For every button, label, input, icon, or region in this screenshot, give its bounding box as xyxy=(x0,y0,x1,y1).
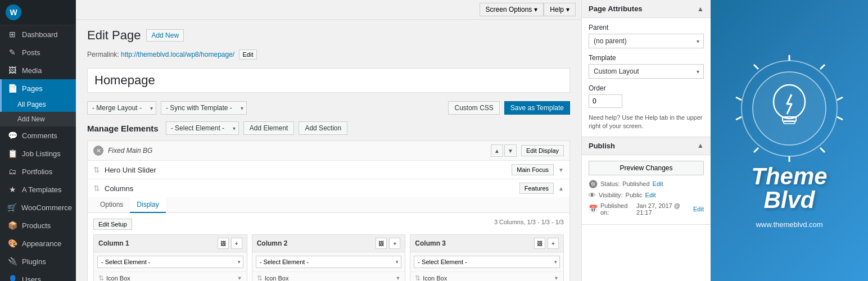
sidebar-item-users[interactable]: 👤 Users xyxy=(0,270,76,281)
columns-chevron-icon[interactable]: ▲ xyxy=(558,185,564,192)
visibility-icon: 👁 xyxy=(589,191,596,200)
svg-line-3 xyxy=(837,97,843,100)
sidebar-item-label: A Templates xyxy=(22,185,62,194)
columns-drag-icon: ⇅ xyxy=(93,184,100,193)
hero-slider-main-focus-button[interactable]: Main Focus xyxy=(512,164,554,175)
page-attributes-body: Parent (no parent) Template Custom Layou… xyxy=(582,18,711,137)
sidebar-item-posts[interactable]: ✎ Posts xyxy=(0,43,76,61)
column-2-icons: 🖼 + xyxy=(376,238,400,249)
screen-options-label: Screen Options xyxy=(486,6,532,13)
edit-display-button[interactable]: Edit Display xyxy=(521,145,564,156)
permalink-url[interactable]: http://themeblvd.local/wp8/homepage/ xyxy=(121,51,234,58)
sidebar-item-templates[interactable]: ★ A Templates xyxy=(0,180,76,198)
col3-drag-icon-1: ⇅ xyxy=(415,274,421,281)
visibility-row: 👁 Visibility: Public Edit xyxy=(589,191,704,200)
col1-image-icon[interactable]: 🖼 xyxy=(218,238,229,249)
col2-select-element[interactable]: - Select Element - xyxy=(256,256,402,268)
pages-submenu: All Pages Add New xyxy=(0,97,76,126)
columns-features-button[interactable]: Features xyxy=(519,183,554,194)
sidebar-item-add-new-page[interactable]: Add New xyxy=(0,112,76,126)
column-2-block: Column 2 🖼 + - Select Element - xyxy=(252,234,406,281)
preview-changes-button[interactable]: Preview Changes xyxy=(589,161,704,175)
columns-element: ⇅ Columns Features ▲ Options Display xyxy=(88,179,569,281)
theme-text: Theme xyxy=(751,165,827,188)
custom-css-button[interactable]: Custom CSS xyxy=(448,101,499,115)
publish-header[interactable]: Publish ▲ xyxy=(582,137,711,155)
template-select[interactable]: Custom Layout xyxy=(589,64,704,79)
products-icon: 📦 xyxy=(7,221,17,230)
col3-select-element[interactable]: - Select Element - xyxy=(414,256,560,268)
visibility-edit-link[interactable]: Edit xyxy=(645,192,656,198)
edit-setup-button[interactable]: Edit Setup xyxy=(93,219,132,230)
screen-options-button[interactable]: Screen Options ▾ xyxy=(480,3,544,16)
sync-template-select[interactable]: - Sync with Template - xyxy=(161,101,247,115)
sidebar-item-products[interactable]: 📦 Products xyxy=(0,216,76,234)
columns-title: Columns xyxy=(105,184,515,193)
sidebar-item-label: Posts xyxy=(22,48,40,57)
column-3-icons: 🖼 + xyxy=(534,238,559,249)
main-content: Screen Options ▾ Help ▾ Edit Page Add Ne… xyxy=(76,0,581,281)
select-element-wrap: - Select Element - xyxy=(166,121,239,135)
col3-chevron-1[interactable]: ▼ xyxy=(554,275,559,281)
col2-chevron-1[interactable]: ▼ xyxy=(395,275,400,281)
sidebar-item-pages[interactable]: 📄 Pages xyxy=(0,79,76,97)
right-panel: Page Attributes ▲ Parent (no parent) Tem… xyxy=(581,0,711,281)
merge-layout-select[interactable]: - Merge Layout - xyxy=(87,101,156,115)
calendar-icon: 📅 xyxy=(589,205,598,213)
parent-select[interactable]: (no parent) xyxy=(589,34,704,48)
sidebar-item-label: Dashboard xyxy=(22,30,58,39)
sidebar-item-job-listings[interactable]: 📋 Job Listings xyxy=(0,144,76,162)
add-new-button[interactable]: Add New xyxy=(146,29,184,42)
sidebar-item-label: Media xyxy=(22,66,42,75)
template-select-wrap: Custom Layout xyxy=(589,64,704,79)
select-element-select[interactable]: - Select Element - xyxy=(166,121,239,135)
published-edit-link[interactable]: Edit xyxy=(693,206,704,212)
brand-lightning-svg xyxy=(733,52,846,176)
sidebar-item-media[interactable]: 🖼 Media xyxy=(0,61,76,79)
section-arrow-up[interactable]: ▲ xyxy=(491,144,503,157)
col3-image-icon[interactable]: 🖼 xyxy=(534,238,545,249)
sidebar-item-comments[interactable]: 💬 Comments xyxy=(0,126,76,144)
help-button[interactable]: Help ▾ xyxy=(544,3,576,16)
permalink-edit-button[interactable]: Edit xyxy=(239,49,257,60)
sync-template-wrap: - Sync with Template - xyxy=(161,101,247,115)
tab-options[interactable]: Options xyxy=(93,197,130,213)
col2-add-icon[interactable]: + xyxy=(389,238,400,249)
section-close-button[interactable]: ✕ xyxy=(93,146,103,156)
col3-select-wrap: - Select Element - xyxy=(414,256,560,268)
svg-line-5 xyxy=(820,148,825,152)
columns-tab-bar: Options Display xyxy=(88,197,569,213)
status-edit-link[interactable]: Edit xyxy=(653,180,663,187)
add-element-button[interactable]: Add Element xyxy=(243,121,295,135)
sidebar-item-dashboard[interactable]: ⊞ Dashboard xyxy=(0,25,76,43)
sidebar-item-label: WooCommerce xyxy=(21,203,72,212)
column-3-header: Column 3 🖼 + xyxy=(410,235,563,252)
sidebar-item-woocommerce[interactable]: 🛒 WooCommerce xyxy=(0,198,76,216)
columns-header: ⇅ Columns Features ▲ xyxy=(88,179,569,197)
col2-iconbox-1-row: ⇅ Icon Box ▼ xyxy=(252,271,405,281)
visibility-value: Public xyxy=(626,192,643,198)
sidebar-item-appearance[interactable]: 🎨 Appearance xyxy=(0,234,76,252)
content-wrap: Edit Page Add New Permalink: http://them… xyxy=(76,20,581,281)
add-new-page-label: Add New xyxy=(17,115,45,123)
page-title-input[interactable] xyxy=(87,68,570,93)
col1-chevron-1[interactable]: ▼ xyxy=(237,275,242,281)
col1-element-1-title: Icon Box xyxy=(106,275,235,281)
order-input[interactable] xyxy=(589,94,622,108)
col1-select-wrap: - Select Element - xyxy=(97,256,243,268)
page-attributes-header[interactable]: Page Attributes ▲ xyxy=(582,0,711,18)
sidebar-item-portfolios[interactable]: 🗂 Portfolios xyxy=(0,162,76,180)
add-section-button[interactable]: Add Section xyxy=(299,121,347,135)
section-arrow-down[interactable]: ▼ xyxy=(504,144,517,157)
hero-slider-chevron-icon[interactable]: ▼ xyxy=(558,167,564,173)
col1-select-element[interactable]: - Select Element - xyxy=(97,256,243,268)
save-template-button[interactable]: Save as Template xyxy=(504,101,570,115)
permalink-label: Permalink: xyxy=(87,51,119,58)
status-row: 🔘 Status: Published Edit xyxy=(589,180,704,188)
col1-add-icon[interactable]: + xyxy=(231,238,242,249)
sidebar-item-plugins[interactable]: 🔌 Plugins xyxy=(0,252,76,270)
sidebar-item-all-pages[interactable]: All Pages xyxy=(0,97,76,112)
col3-add-icon[interactable]: + xyxy=(548,238,559,249)
tab-display[interactable]: Display xyxy=(130,197,165,213)
col2-image-icon[interactable]: 🖼 xyxy=(376,238,387,249)
